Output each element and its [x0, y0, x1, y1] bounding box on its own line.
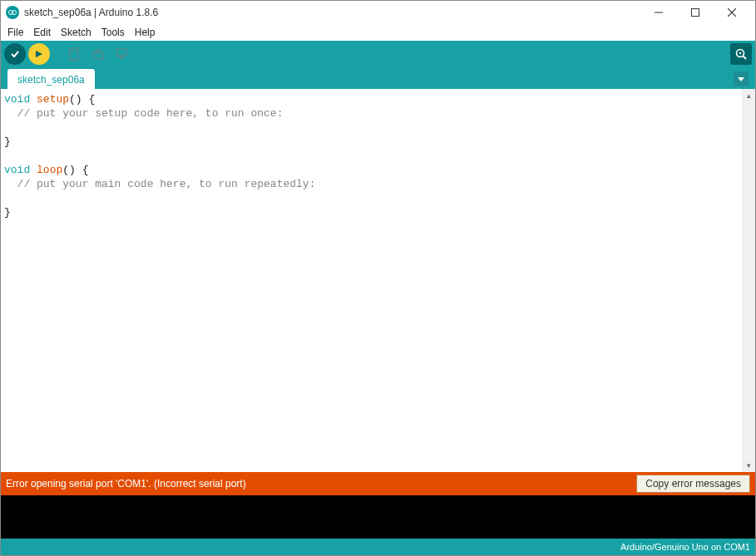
error-message: Error opening serial port 'COM1'. (Incor… [6, 478, 246, 490]
svg-rect-6 [93, 52, 103, 59]
save-sketch-button[interactable] [111, 43, 132, 65]
close-button[interactable] [714, 1, 750, 24]
menu-sketch[interactable]: Sketch [56, 25, 96, 40]
error-bar: Error opening serial port 'COM1'. (Incor… [1, 472, 755, 495]
menu-help[interactable]: Help [130, 25, 161, 40]
board-port-status: Arduino/Genuino Uno on COM1 [620, 542, 750, 552]
svg-line-11 [744, 57, 747, 60]
scroll-up-icon[interactable]: ▴ [742, 89, 755, 102]
svg-marker-7 [95, 48, 101, 52]
menu-tools[interactable]: Tools [96, 25, 130, 40]
code-editor[interactable]: void setup() { // put your setup code he… [1, 89, 742, 472]
console-output[interactable] [1, 495, 755, 539]
maximize-button[interactable] [677, 1, 714, 24]
title-bar: sketch_sep06a | Arduino 1.8.6 [1, 1, 755, 24]
tab-bar: sketch_sep06a [1, 67, 755, 89]
minimize-button[interactable] [640, 1, 677, 24]
svg-point-12 [739, 52, 741, 54]
window-title: sketch_sep06a | Arduino 1.8.6 [24, 7, 158, 18]
menu-edit[interactable]: Edit [28, 25, 56, 40]
copy-error-button[interactable]: Copy error messages [636, 475, 750, 493]
menu-file[interactable]: File [2, 25, 28, 40]
svg-marker-9 [118, 57, 125, 60]
sketch-tab[interactable]: sketch_sep06a [7, 69, 95, 89]
open-sketch-button[interactable] [87, 43, 109, 65]
verify-button[interactable] [4, 43, 26, 65]
status-bar: Arduino/Genuino Uno on COM1 [1, 539, 755, 555]
svg-marker-4 [36, 51, 42, 57]
arduino-logo-icon [6, 6, 19, 19]
toolbar [1, 41, 755, 67]
svg-rect-1 [692, 9, 699, 17]
editor-area: void setup() { // put your setup code he… [1, 89, 755, 472]
scroll-down-icon[interactable]: ▾ [742, 459, 755, 472]
serial-monitor-button[interactable] [730, 43, 752, 65]
scroll-track[interactable] [742, 102, 755, 459]
tab-menu-button[interactable] [734, 71, 749, 86]
svg-rect-8 [116, 49, 126, 56]
svg-rect-5 [70, 48, 78, 60]
upload-button[interactable] [28, 43, 50, 65]
menu-bar: File Edit Sketch Tools Help [1, 24, 755, 41]
svg-marker-13 [738, 77, 744, 81]
new-sketch-button[interactable] [64, 43, 86, 65]
editor-scrollbar[interactable]: ▴ ▾ [742, 89, 755, 472]
